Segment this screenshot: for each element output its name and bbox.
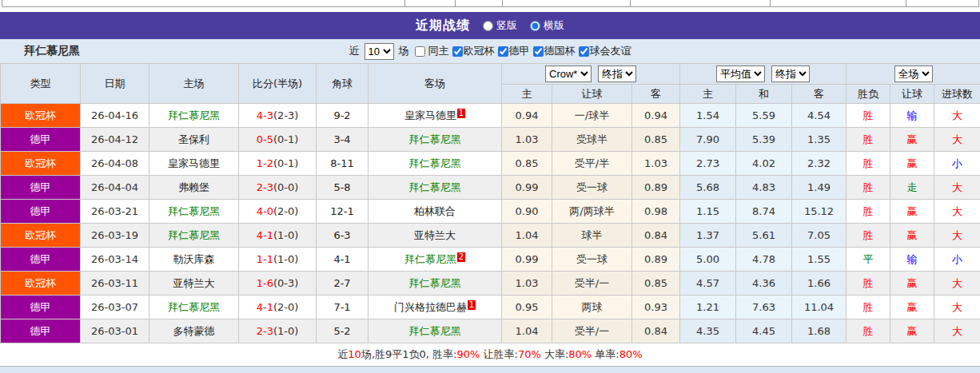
away-team[interactable]: 拜仁慕尼黑	[368, 319, 502, 343]
team-link[interactable]: 拜仁慕尼黑	[409, 325, 461, 337]
odds-away: 0.89	[632, 176, 680, 200]
team-link[interactable]: 多特蒙德	[173, 325, 215, 337]
team-link[interactable]: 亚特兰大	[414, 229, 456, 241]
match-date: 26-04-04	[81, 176, 149, 200]
summary-stat-text: 让胜率:	[480, 348, 518, 360]
competition-badge: 德甲	[1, 200, 81, 224]
filter-checkbox-input-1[interactable]	[415, 46, 425, 57]
odds-away: 0.85	[632, 272, 680, 296]
team-link[interactable]: 拜仁慕尼黑	[409, 157, 461, 169]
avg-home: 4.57	[680, 272, 736, 296]
away-team[interactable]: 皇家马德里1	[368, 104, 502, 128]
avg-home: 4.35	[680, 319, 736, 343]
odds-away: 0.84	[632, 224, 680, 248]
filter-checkbox-input-3[interactable]	[498, 46, 508, 57]
team-link[interactable]: 勒沃库森	[173, 253, 215, 265]
filter-checkbox-5[interactable]: 球会友谊	[576, 44, 631, 58]
result-scope-select[interactable]: 全场	[894, 65, 933, 82]
competition-badge: 欧冠杯	[1, 272, 81, 296]
team-link[interactable]: 拜仁慕尼黑	[168, 229, 220, 241]
away-team[interactable]: 柏林联合	[368, 200, 502, 224]
filter-checkbox-input-2[interactable]	[452, 46, 463, 57]
home-team[interactable]: 拜仁慕尼黑	[149, 104, 239, 128]
team-link[interactable]: 弗赖堡	[178, 181, 209, 193]
match-score: 1-2(0-1)	[239, 152, 317, 176]
handicap-result: 输	[890, 248, 934, 272]
halftime-score: (1-0)	[273, 253, 298, 265]
away-team[interactable]: 拜仁慕尼黑2	[368, 248, 502, 272]
odds-home: 1.03	[502, 272, 552, 296]
recent-count-select[interactable]: 10	[365, 43, 394, 60]
team-link[interactable]: 拜仁慕尼黑	[168, 109, 220, 121]
filter-checkbox-label: 球会友谊	[590, 44, 631, 58]
away-team[interactable]: 拜仁慕尼黑	[368, 152, 502, 176]
recent-results-panel: 近期战绩 竖版 横版 拜仁慕尼黑 近 10 场 同主欧冠杯德甲德国杯球会友谊	[0, 0, 980, 373]
red-card-badge: 1	[457, 109, 465, 118]
filter-checkbox-4[interactable]: 德国杯	[530, 44, 576, 58]
radio-vertical-layout[interactable]: 竖版	[483, 18, 517, 33]
odds-time-select[interactable]: 终指	[598, 65, 636, 82]
team-link[interactable]: 拜仁慕尼黑	[168, 205, 220, 217]
avg-away: 2.32	[792, 152, 847, 176]
halftime-score: (0-3)	[273, 277, 298, 289]
away-team[interactable]: 拜仁慕尼黑	[368, 176, 502, 200]
match-score: 1-6(0-3)	[239, 272, 317, 296]
team-link[interactable]: 柏林联合	[414, 205, 456, 217]
competition-badge: 德甲	[1, 296, 81, 319]
team-link[interactable]: 拜仁慕尼黑	[409, 277, 461, 289]
filter-checkbox-2[interactable]: 欧冠杯	[449, 44, 495, 58]
home-team[interactable]: 多特蒙德	[149, 319, 239, 343]
home-team[interactable]: 勒沃库森	[149, 248, 239, 272]
team-link[interactable]: 拜仁慕尼黑	[409, 181, 461, 193]
odds-company-select[interactable]: Crow*	[545, 65, 592, 82]
team-link[interactable]: 拜仁慕尼黑	[409, 133, 461, 145]
team-link[interactable]: 圣保利	[178, 133, 209, 145]
filter-checkbox-3[interactable]: 德甲	[495, 44, 530, 58]
avg-draw: 4.45	[736, 319, 792, 343]
halftime-score: (1-0)	[273, 325, 298, 337]
filter-checkbox-label: 德甲	[509, 44, 530, 58]
match-date: 26-04-08	[81, 152, 149, 176]
winloss-result: 胜	[847, 128, 890, 152]
away-team[interactable]: 亚特兰大	[368, 224, 502, 248]
avg-home: 1.21	[680, 296, 736, 319]
avg-company-select[interactable]: 平均值	[716, 65, 765, 82]
avg-away: 1.68	[792, 319, 847, 343]
radio-horizontal-input[interactable]	[530, 21, 540, 31]
match-row: 德甲 26-03-21 拜仁慕尼黑 4-0(2-0) 12-1 柏林联合 0.9…	[1, 200, 980, 224]
team-link[interactable]: 亚特兰大	[173, 277, 215, 289]
filter-checkbox-1[interactable]: 同主	[412, 44, 449, 58]
match-row: 欧冠杯 26-03-11 亚特兰大 1-6(0-3) 2-7 拜仁慕尼黑 1.0…	[1, 272, 980, 296]
team-link[interactable]: 拜仁慕尼黑	[404, 253, 456, 265]
halftime-score: (1-0)	[273, 229, 298, 241]
filter-checkbox-input-5[interactable]	[579, 46, 589, 57]
away-team[interactable]: 拜仁慕尼黑	[368, 272, 502, 296]
avg-draw: 4.78	[736, 248, 792, 272]
team-link[interactable]: 门兴格拉德巴赫	[394, 301, 467, 313]
home-team[interactable]: 亚特兰大	[149, 272, 239, 296]
home-team[interactable]: 拜仁慕尼黑	[149, 296, 239, 319]
avg-home: 1.37	[680, 224, 736, 248]
team-link[interactable]: 拜仁慕尼黑	[168, 301, 220, 313]
team-link[interactable]: 皇家马德里	[168, 157, 220, 169]
team-link[interactable]: 皇家马德里	[404, 109, 456, 121]
radio-horizontal-layout[interactable]: 横版	[530, 18, 564, 33]
away-team[interactable]: 拜仁慕尼黑	[368, 128, 502, 152]
filter-checkbox-input-4[interactable]	[533, 46, 544, 57]
corner-score: 12-1	[317, 200, 368, 224]
home-team[interactable]: 拜仁慕尼黑	[149, 224, 239, 248]
fulltime-score: 2-3	[257, 181, 273, 193]
goals-result: 大	[934, 128, 980, 152]
radio-vertical-input[interactable]	[483, 21, 493, 31]
odds-handicap: 一/球半	[552, 104, 632, 128]
home-team[interactable]: 拜仁慕尼黑	[149, 200, 239, 224]
col-header-type: 类型	[1, 64, 81, 104]
away-team[interactable]: 门兴格拉德巴赫1	[368, 296, 502, 319]
home-team[interactable]: 弗赖堡	[149, 176, 239, 200]
home-team[interactable]: 皇家马德里	[149, 152, 239, 176]
avg-time-select[interactable]: 终指	[771, 65, 810, 82]
home-team[interactable]: 圣保利	[149, 128, 239, 152]
team-name: 拜仁慕尼黑	[24, 44, 80, 58]
odds-handicap: 受平/半	[552, 152, 632, 176]
winloss-result: 平	[847, 248, 890, 272]
